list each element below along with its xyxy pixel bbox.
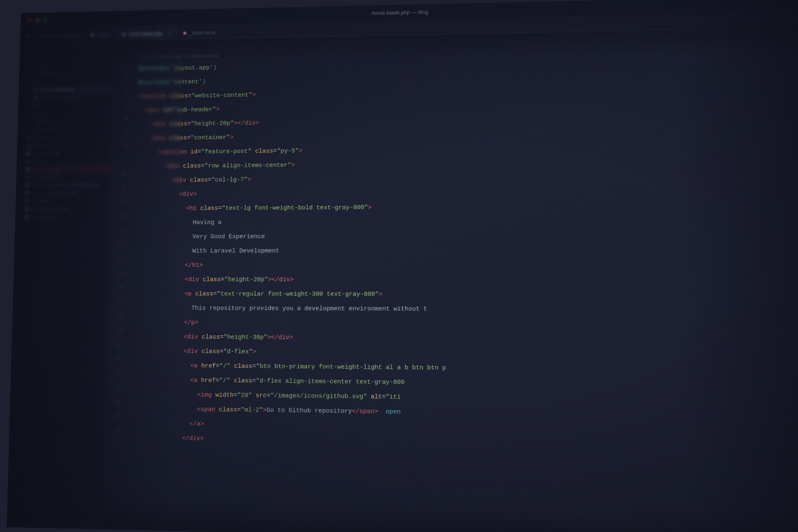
tab-requestcontroller[interactable]: RequestController.php (20, 29, 85, 42)
code-line-12: Having a (135, 213, 798, 230)
tab-dot-requestcontroller (26, 34, 30, 38)
sidebar-item-htaccess[interactable]: .htaccess (17, 140, 111, 149)
code-line-14: With Laravel Development (135, 243, 798, 258)
sidebar-item-packagelock[interactable]: package-lock.json (15, 204, 109, 213)
sidebar-item-dockerfile[interactable]: Dockerfile (15, 197, 109, 205)
sidebar: CONTENT ▸ src ▸ rules ▸ components ▸ js … (7, 41, 113, 529)
file-icon-composerjson (26, 167, 30, 172)
sidebar-section: CONTENT ▸ src ▸ rules ▸ components ▸ js … (15, 44, 113, 223)
file-icon-dockerprod (25, 183, 30, 187)
file-icon-gitignore (27, 135, 31, 140)
code-line-17: <p class="text-regular font-weight-300 t… (134, 287, 798, 303)
maximize-button[interactable] (43, 17, 48, 22)
folder-icon-storage: ▸ (30, 119, 33, 124)
sidebar-item-docker-prod[interactable]: docker-compose.production.yml (16, 181, 110, 190)
traffic-lights (21, 17, 48, 23)
folder-icon-app: ▸ (27, 103, 30, 108)
code-content: You, 7 months ago | 1 author (You) @exte… (125, 27, 798, 532)
file-icon-packagelock (25, 207, 29, 211)
folder-icon-rules: ▸ (32, 64, 34, 69)
tab-colors[interactable]: _colors.scss (177, 26, 222, 39)
code-line-16: <div class="height-20p"></div> (134, 273, 798, 288)
sidebar-item-composerjson[interactable]: composer.json (17, 165, 110, 173)
tab-homeblade[interactable]: home.blade.php ✕ (116, 27, 177, 40)
code-line-13: Very Good Experience (135, 228, 798, 244)
sidebar-item-envexample[interactable]: .env.example (17, 149, 111, 158)
file-icon-packagejson (25, 215, 29, 219)
tab-label-requestcontroller: RequestController.php (32, 32, 79, 39)
file-icon-envexample (26, 151, 30, 155)
file-icon-composerlock (25, 175, 30, 180)
file-icon-homeblade (34, 88, 38, 92)
sidebar-item-attributes[interactable]: ▸ attributes (17, 125, 111, 134)
file-icon-artisan (26, 159, 30, 163)
folder-icon-components: ▸ (32, 72, 34, 77)
folder-icon-src: ▸ (29, 56, 31, 62)
tab-label-colors: _colors.scss (190, 30, 216, 36)
minimize-button[interactable] (35, 17, 40, 22)
sidebar-item-gitignore[interactable]: .gitignore (17, 133, 111, 142)
file-icon-welcomeblade (34, 96, 38, 100)
sidebar-item-artisan[interactable]: artisan (17, 157, 110, 165)
file-icon-dockerfile (25, 199, 29, 203)
editor-screen: home.blade.php — blog RequestController.… (7, 0, 798, 532)
file-icon-htaccess (27, 143, 31, 148)
code-line-15: </h1> (135, 258, 798, 273)
tab-close-homeblade[interactable]: ✕ (167, 31, 170, 36)
sidebar-item-composerlock[interactable]: composer.lock (16, 172, 110, 181)
tab-dot-homeblade (122, 32, 126, 36)
editor-area: 1 2 3 4 5 6 7 8 9 10 11 12 13 14 15 16 1… (102, 27, 798, 532)
code-line-18: This repository provides you a developme… (134, 301, 798, 318)
folder-icon-rules2: ▸ (30, 111, 33, 116)
folder-icon-attributes: ▸ (30, 127, 32, 132)
folder-icon-js: ▸ (31, 80, 34, 85)
tab-label-homeblade: home.blade.php (128, 31, 162, 37)
window-title: home.blade.php — blog (372, 9, 429, 16)
close-button[interactable] (27, 18, 32, 23)
sidebar-item-packagejson[interactable]: package.json (15, 213, 109, 221)
tab-label-appjs: app.js (97, 32, 110, 37)
tab-appjs[interactable]: app.js (84, 28, 116, 41)
tab-dot-appjs (91, 33, 94, 37)
tab-dot-colors (183, 31, 187, 34)
file-icon-docker (25, 191, 29, 195)
sidebar-item-docker[interactable]: docker-compose.yml (16, 189, 109, 197)
